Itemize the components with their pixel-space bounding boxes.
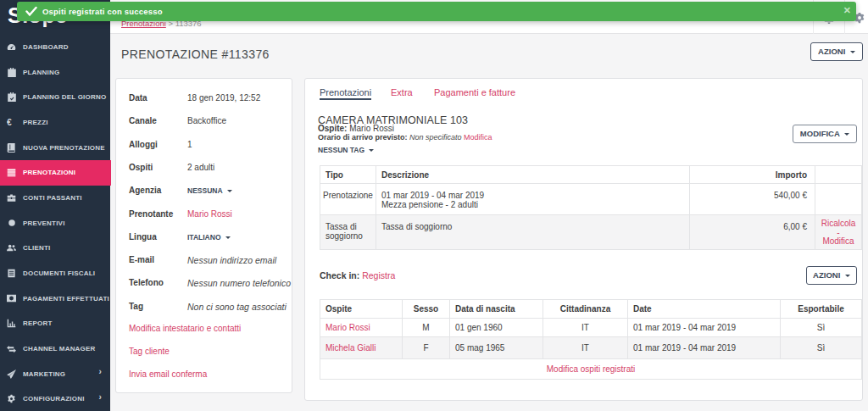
svg-text:€: € — [7, 118, 12, 127]
